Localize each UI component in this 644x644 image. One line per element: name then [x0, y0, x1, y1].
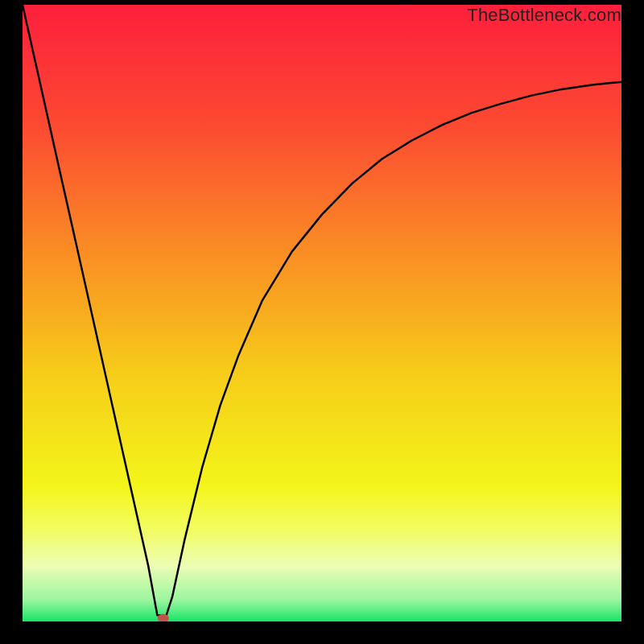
bottleneck-chart-svg — [23, 5, 621, 621]
plot-area — [23, 5, 621, 621]
chart-frame: TheBottleneck.com — [0, 0, 644, 644]
gradient-background — [23, 5, 621, 621]
